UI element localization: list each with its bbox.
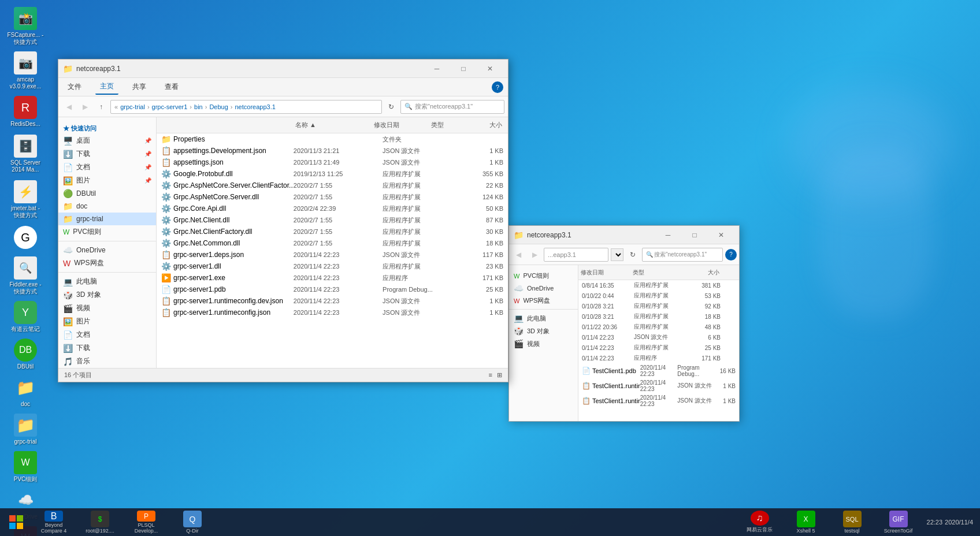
- col-date-header-2[interactable]: 修改日期: [581, 269, 633, 277]
- path-debug[interactable]: Debug: [209, 103, 228, 110]
- sqlserver-icon[interactable]: 🗄️ SQL Server2014 Ma...: [2, 132, 49, 176]
- sidebar-item-thispc[interactable]: 💻此电脑: [58, 275, 156, 288]
- google-icon[interactable]: G: [2, 224, 49, 253]
- taskbar-beyond[interactable]: B BeyondCompare 4: [31, 509, 76, 535]
- file-row-appsettings-dev[interactable]: 📋appsettings.Development.json 2020/11/3 …: [157, 145, 508, 157]
- file2-row-8[interactable]: 0/11/4 22:23 应用程序 171 KB: [578, 353, 739, 363]
- file-row-grpcserver-pdb[interactable]: 📄grpc-server1.pdb 2020/11/4 22:23 Progra…: [157, 284, 508, 295]
- sidebar-item-video[interactable]: 🎬视频: [58, 302, 156, 315]
- file-row-grpcserver-exe[interactable]: ▶️grpc-server1.exe 2020/11/4 22:23 应用程序 …: [157, 272, 508, 284]
- redisdesktop-icon[interactable]: R RedisDes...: [2, 94, 49, 130]
- search-box-2[interactable]: 🔍 搜索"netcoreapp3.1": [642, 248, 723, 262]
- sidebar-item-wps[interactable]: WWPS网盘: [58, 256, 156, 270]
- sidebar-item-download2[interactable]: ⬇️下载: [58, 341, 156, 355]
- taskbar-testsql[interactable]: SQL testsql: [830, 509, 875, 535]
- file2-row-runtime[interactable]: 📋TestClient1.runtimeconfig.json 2020/11/…: [578, 393, 739, 408]
- file-row-grpcaspnet-server[interactable]: ⚙️Grpc.AspNetCore.Server.dll 2020/2/7 1:…: [157, 191, 508, 203]
- file-row-grpcnet-clientfactory[interactable]: ⚙️Grpc.Net.ClientFactory.dll 2020/2/7 1:…: [157, 226, 508, 237]
- taskbar-screentogif[interactable]: GIF ScreenToGif: [876, 509, 921, 535]
- col-type-header[interactable]: 类型: [429, 121, 476, 129]
- view-list-btn[interactable]: ≡: [489, 371, 492, 379]
- sidebar-item-3d[interactable]: 🎲3D 对象: [58, 288, 156, 302]
- taskbar-plsql[interactable]: P PLSQLDevelop...: [124, 509, 169, 535]
- file2-row-7[interactable]: 0/11/4 22:23 应用程序扩展 25 KB: [578, 343, 739, 353]
- sidebar-item-docs2[interactable]: 📄文档: [58, 328, 156, 341]
- ribbon-tab-file[interactable]: 文件: [63, 80, 86, 94]
- file-row-grpcnet-client[interactable]: ⚙️Grpc.Net.Client.dll 2020/2/7 1:55 应用程序…: [157, 214, 508, 226]
- back-btn-2[interactable]: ◀: [511, 248, 525, 262]
- sidebar-item-dbutil[interactable]: 🟢DBUtil: [58, 187, 156, 200]
- up-btn-1[interactable]: ↑: [94, 100, 108, 114]
- file-row-grpcserver-runtime-dev[interactable]: 📋grpc-server1.runtimeconfig.dev.json 202…: [157, 295, 508, 307]
- file-row-protobuf[interactable]: ⚙️Google.Protobuf.dll 2019/12/13 11:25 应…: [157, 168, 508, 180]
- ribbon-tab-share[interactable]: 共享: [128, 80, 151, 94]
- path-bin[interactable]: bin: [194, 103, 203, 110]
- sidebar2-3d[interactable]: 🎲3D 对象: [509, 325, 578, 337]
- taskbar-netease[interactable]: ♫ 网易云音乐: [737, 509, 782, 535]
- file-row-grpccore[interactable]: ⚙️Grpc.Core.Api.dll 2020/2/4 22:39 应用程序扩…: [157, 203, 508, 214]
- back-btn-1[interactable]: ◀: [62, 100, 76, 114]
- forward-btn-2[interactable]: ▶: [528, 248, 541, 262]
- file2-row-pdb[interactable]: 📄TestClient1.pdb 2020/11/4 22:23 Program…: [578, 363, 739, 378]
- jmeter-icon[interactable]: ⚡ jmeter.bat -快捷方式: [2, 178, 49, 221]
- col-name-header[interactable]: 名称 ▲: [295, 121, 372, 129]
- path-server1[interactable]: grpc-server1: [152, 103, 188, 110]
- file2-row-2[interactable]: 0/10/22 0:44 应用程序扩展 53 KB: [578, 291, 739, 301]
- col-type-header-2[interactable]: 类型: [633, 269, 685, 277]
- taskbar-root[interactable]: $ root@192....: [77, 509, 122, 535]
- close-btn-2[interactable]: ✕: [708, 226, 734, 244]
- sidebar-item-docs1[interactable]: 📄文档📌: [58, 161, 156, 174]
- file2-row-runtime-dev[interactable]: 📋TestClient1.runtimeconfig.dev.json 2020…: [578, 378, 739, 393]
- file2-row-1[interactable]: 0/8/14 16:35 应用程序扩展 381 KB: [578, 280, 739, 291]
- youdao-icon[interactable]: Y 有道云笔记: [2, 299, 49, 335]
- maximize-btn-1[interactable]: □: [450, 59, 477, 78]
- taskbar-xshell[interactable]: X Xshell 5: [784, 509, 829, 535]
- address-path-2[interactable]: ...eapp3.1: [544, 248, 608, 262]
- path-dropdown-2[interactable]: [611, 248, 623, 261]
- grpctrial-folder-icon[interactable]: 📁 grpc-trial: [2, 411, 49, 448]
- sidebar-item-onedrive[interactable]: ☁️OneDrive: [58, 244, 156, 256]
- sidebar-item-doc[interactable]: 📁doc: [58, 200, 156, 213]
- minimize-btn-2[interactable]: ─: [655, 226, 681, 244]
- file2-row-5[interactable]: 0/11/22 20:36 应用程序扩展 48 KB: [578, 322, 739, 332]
- sidebar2-pvc[interactable]: WPVC细则: [509, 270, 578, 282]
- col-size-header-2[interactable]: 大小: [685, 269, 719, 277]
- sidebar-item-music[interactable]: 🎵音乐: [58, 355, 156, 368]
- file-row-grpcnet-common[interactable]: ⚙️Grpc.Net.Common.dll 2020/2/7 1:55 应用程序…: [157, 237, 508, 249]
- help-btn-1[interactable]: ?: [492, 81, 503, 93]
- sidebar-item-pics1[interactable]: 🖼️图片📌: [58, 174, 156, 187]
- file-row-grpcserver-deps[interactable]: 📋grpc-server1.deps.json 2020/11/4 22:23 …: [157, 249, 508, 260]
- sidebar2-thispc[interactable]: 💻此电脑: [509, 312, 578, 325]
- sidebar-item-download1[interactable]: ⬇️下载📌: [58, 147, 156, 161]
- file2-row-3[interactable]: 0/10/28 3:21 应用程序扩展 92 KB: [578, 301, 739, 311]
- sidebar-item-grpc[interactable]: 📁grpc-trial: [58, 213, 156, 225]
- minimize-btn-1[interactable]: ─: [424, 59, 450, 78]
- sidebar-item-pvc[interactable]: WPVC细则: [58, 225, 156, 239]
- taskbar-qdir[interactable]: Q Q-Dir: [170, 509, 215, 535]
- file-row-grpcaspnet-factory[interactable]: ⚙️Grpc.AspNetCore.Server.ClientFactor...…: [157, 180, 508, 191]
- path-netcore[interactable]: netcoreapp3.1: [235, 103, 275, 110]
- search-box-1[interactable]: 🔍 搜索"netcoreapp3.1": [400, 100, 504, 114]
- doc-folder-icon[interactable]: 📁 doc: [2, 374, 49, 410]
- path-grpctrial[interactable]: grpc-trial: [120, 103, 145, 110]
- maximize-btn-2[interactable]: □: [681, 226, 708, 244]
- fscapture-icon[interactable]: 📸 FSCapture... - 快捷方式: [2, 5, 49, 48]
- refresh-btn-1[interactable]: ↻: [384, 100, 398, 114]
- file-row-grpcserver-dll[interactable]: ⚙️grpc-server1.dll 2020/11/4 22:23 应用程序扩…: [157, 260, 508, 272]
- refresh-btn-2[interactable]: ↻: [626, 248, 640, 262]
- fiddler-icon[interactable]: 🔍 Fiddler.exe -快捷方式: [2, 254, 49, 297]
- view-grid-btn[interactable]: ⊞: [497, 371, 502, 379]
- sidebar-item-desktop1[interactable]: 🖥️桌面📌: [58, 134, 156, 147]
- forward-btn-1[interactable]: ▶: [78, 100, 92, 114]
- file2-row-4[interactable]: 0/10/28 3:21 应用程序扩展 18 KB: [578, 311, 739, 322]
- file-row-grpcserver-runtime[interactable]: 📋grpc-server1.runtimeconfig.json 2020/11…: [157, 307, 508, 318]
- start-button[interactable]: [2, 509, 30, 535]
- amcap-icon[interactable]: 📷 amcapv3.0.9.exe...: [2, 49, 49, 92]
- dbutil-icon[interactable]: DB DBUtil: [2, 336, 49, 373]
- ribbon-tab-view[interactable]: 查看: [160, 80, 183, 94]
- help-btn-2[interactable]: ?: [725, 249, 737, 260]
- file-row-properties[interactable]: 📁Properties 文件夹: [157, 133, 508, 145]
- address-path-1[interactable]: « grpc-trial › grpc-server1 › bin › Debu…: [110, 100, 382, 114]
- sidebar2-video[interactable]: 🎬视频: [509, 337, 578, 350]
- close-btn-1[interactable]: ✕: [477, 59, 503, 78]
